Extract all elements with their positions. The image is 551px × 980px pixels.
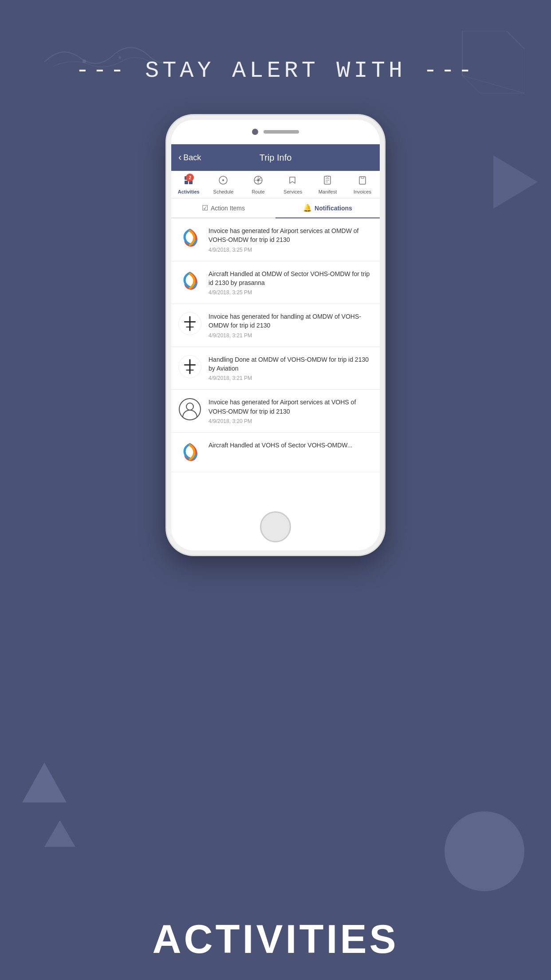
sub-tab-notifications[interactable]: 🔔 Notifications [276, 198, 380, 218]
screen: ‹ Back Trip Info [171, 144, 380, 508]
route-icon [253, 175, 263, 188]
notifications-list: Invoice has generated for Airport servic… [171, 218, 380, 508]
services-icon [288, 175, 298, 188]
activities-badge: 2 [186, 174, 194, 182]
invoices-icon [358, 175, 367, 188]
tab-services-label: Services [283, 189, 302, 194]
tab-bar: 2 Activities Schedule [171, 171, 380, 198]
notification-content: Invoice has generated for Airport servic… [209, 398, 373, 424]
notification-content: Invoice has generated for handling at OM… [209, 312, 373, 339]
phone-frame: ‹ Back Trip Info [167, 115, 384, 555]
notification-item[interactable]: Aircraft Handled at OMDW of Sector VOHS-… [171, 261, 380, 304]
svg-point-11 [222, 179, 224, 181]
svg-point-32 [186, 403, 193, 410]
home-button[interactable] [260, 511, 291, 542]
notification-avatar [178, 269, 201, 292]
svg-rect-21 [327, 176, 328, 177]
back-chevron-icon: ‹ [178, 152, 181, 163]
svg-line-16 [258, 178, 260, 180]
manifest-icon [323, 175, 332, 188]
notification-avatar [178, 355, 201, 378]
tab-activities[interactable]: 2 Activities [171, 171, 206, 198]
stay-alert-text: STAY ALERT WITH [75, 58, 476, 84]
notification-time: 4/9/2018, 3:20 PM [209, 418, 373, 424]
tab-activities-label: Activities [178, 189, 200, 194]
notification-item[interactable]: Aircraft Handled at VOHS of Sector VOHS-… [171, 433, 380, 472]
notification-avatar [178, 398, 201, 421]
notification-item[interactable]: Invoice has generated for Airport servic… [171, 390, 380, 433]
notification-content: Invoice has generated for Airport servic… [209, 226, 373, 253]
notification-text: Invoice has generated for Airport servic… [209, 226, 373, 245]
notification-avatar [178, 226, 201, 249]
svg-line-5 [507, 31, 524, 49]
notification-item[interactable]: Invoice has generated for handling at OM… [171, 304, 380, 347]
header-title: Trip Info [260, 153, 292, 163]
notification-content: Aircraft Handled at VOHS of Sector VOHS-… [209, 441, 373, 452]
phone-speaker [264, 130, 299, 134]
phone-camera [252, 129, 258, 135]
notification-time: 4/9/2018, 3:21 PM [209, 332, 373, 339]
notification-text: Aircraft Handled at OMDW of Sector VOHS-… [209, 269, 373, 288]
tab-route-label: Route [252, 189, 264, 194]
sub-tabs: ☑ Action Items 🔔 Notifications [171, 198, 380, 218]
notification-avatar [178, 441, 201, 464]
notification-content: Handling Done at OMDW of VOHS-OMDW for t… [209, 355, 373, 382]
header-bar: ‹ Back Trip Info [171, 144, 380, 171]
tab-invoices-label: Invoices [354, 189, 371, 194]
schedule-icon [218, 175, 228, 188]
bell-icon: 🔔 [303, 204, 312, 212]
activities-footer-text: ACTIVITIES [152, 917, 398, 962]
notification-time: 4/9/2018, 3:25 PM [209, 289, 373, 296]
notification-text: Invoice has generated for handling at OM… [209, 312, 373, 330]
notification-time: 4/9/2018, 3:21 PM [209, 375, 373, 381]
tab-schedule[interactable]: Schedule [206, 171, 240, 198]
phone-top-details [252, 129, 299, 135]
tab-route[interactable]: Route [241, 171, 276, 198]
phone-inner: ‹ Back Trip Info [171, 120, 380, 550]
tab-manifest-label: Manifest [319, 189, 337, 194]
checkbox-icon: ☑ [202, 204, 208, 212]
svg-rect-22 [359, 177, 366, 184]
tab-invoices[interactable]: Invoices [345, 171, 380, 198]
sub-tab-action-items-label: Action Items [211, 205, 245, 212]
notification-text: Invoice has generated for Airport servic… [209, 398, 373, 416]
notification-text: Handling Done at OMDW of VOHS-OMDW for t… [209, 355, 373, 373]
notification-item[interactable]: Handling Done at OMDW of VOHS-OMDW for t… [171, 347, 380, 390]
tab-manifest[interactable]: Manifest [310, 171, 345, 198]
svg-rect-8 [185, 181, 188, 184]
back-button[interactable]: ‹ Back [178, 152, 201, 163]
sub-tab-notifications-label: Notifications [315, 205, 352, 212]
notification-text: Aircraft Handled at VOHS of Sector VOHS-… [209, 441, 373, 450]
tab-schedule-label: Schedule [213, 189, 234, 194]
notification-item[interactable]: Invoice has generated for Airport servic… [171, 218, 380, 261]
notification-avatar [178, 312, 201, 335]
notification-time: 4/9/2018, 3:25 PM [209, 247, 373, 253]
back-label: Back [183, 153, 201, 162]
notification-content: Aircraft Handled at OMDW of Sector VOHS-… [209, 269, 373, 296]
tab-services[interactable]: Services [276, 171, 310, 198]
sub-tab-action-items[interactable]: ☑ Action Items [171, 198, 276, 218]
